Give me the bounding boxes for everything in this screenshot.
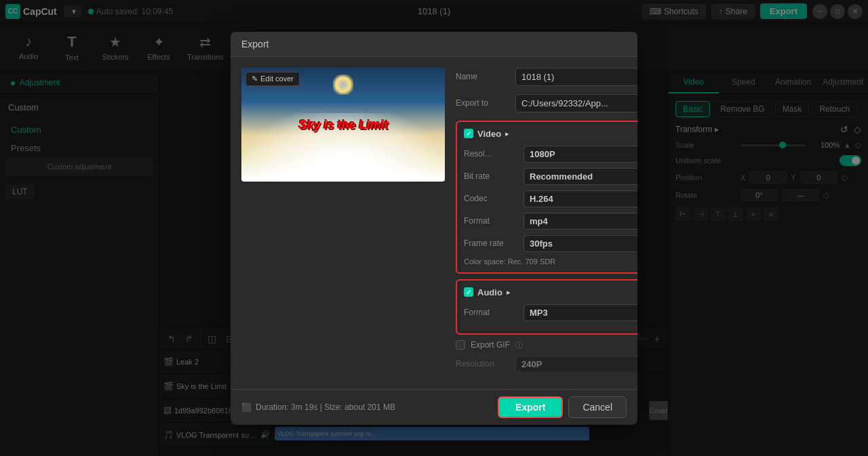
preview-image: ✎ Edit cover Sky is the Limit <box>241 68 445 182</box>
resolution-row: Resol... 1080P ▾ <box>464 146 637 163</box>
codec-row: Codec H.264 ▾ <box>464 190 637 207</box>
audio-checkbox[interactable]: ✓ <box>464 287 473 297</box>
audio-expand-icon: ▸ <box>507 289 510 296</box>
cancel-button[interactable]: Cancel <box>568 396 627 418</box>
resolution-dropdown[interactable]: 1080P ▾ <box>524 146 637 163</box>
video-section-header: ✓ Video ▸ <box>464 129 637 139</box>
bitrate-label: Bit rate <box>464 171 518 181</box>
export-gif-label: Export GIF <box>471 340 510 350</box>
modal-preview: ✎ Edit cover Sky is the Limit <box>241 68 445 378</box>
preview-title: Sky is the Limit <box>298 117 388 131</box>
export-gif-checkbox[interactable] <box>456 340 465 350</box>
codec-dropdown[interactable]: H.264 ▾ <box>524 190 637 207</box>
modal-overlay: Export ✎ Edit cover Sky is the Limit <box>0 0 868 456</box>
export-to-label: Export to <box>456 98 510 108</box>
framerate-dropdown[interactable]: 30fps ▾ <box>524 235 637 252</box>
modal-scroll: ✓ Video ▸ Resol... 1080P ▾ Bit <box>456 121 637 378</box>
export-gif-row: Export GIF ⓘ <box>456 335 637 356</box>
audio-format-label: Format <box>464 308 518 317</box>
audio-format-dropdown[interactable]: MP3 ▾ <box>524 304 637 321</box>
export-gif-info-icon: ⓘ <box>515 340 523 350</box>
modal-header: Export <box>231 32 637 57</box>
gif-resolution-dropdown[interactable]: 240P ▾ <box>515 356 637 373</box>
name-label: Name <box>456 72 510 81</box>
audio-format-row: Format MP3 ▾ <box>464 304 637 321</box>
preview-sun <box>333 75 353 95</box>
export-to-row: Export to 📁 <box>456 94 637 112</box>
export-modal-button[interactable]: Export <box>498 396 563 418</box>
format-dropdown[interactable]: mp4 ▾ <box>524 213 637 230</box>
export-path-input[interactable] <box>515 94 637 112</box>
bitrate-dropdown[interactable]: Recommended ▾ <box>524 168 637 185</box>
gif-resolution-row: Resolution 240P ▾ <box>456 356 637 373</box>
name-row: Name <box>456 68 637 86</box>
audio-section: ✓ Audio ▸ Format MP3 ▾ <box>456 279 637 335</box>
edit-cover-button[interactable]: ✎ Edit cover <box>245 72 300 86</box>
framerate-row: Frame rate 30fps ▾ <box>464 235 637 252</box>
video-section: ✓ Video ▸ Resol... 1080P ▾ Bit <box>456 121 637 274</box>
gif-resolution-label: Resolution <box>456 359 510 369</box>
footer-buttons: Export Cancel <box>498 396 627 418</box>
format-label: Format <box>464 216 518 226</box>
bitrate-row: Bit rate Recommended ▾ <box>464 168 637 185</box>
framerate-label: Frame rate <box>464 239 518 248</box>
format-row: Format mp4 ▾ <box>464 213 637 230</box>
modal-body: ✎ Edit cover Sky is the Limit Name Expor… <box>231 57 637 389</box>
video-checkbox[interactable]: ✓ <box>464 129 473 138</box>
resolution-label: Resol... <box>464 149 518 159</box>
modal-footer: ⬛ Duration: 3m 19s | Size: about 201 MB … <box>231 389 637 425</box>
colorspace-text: Color space: Rec. 709 SDR <box>464 257 637 266</box>
name-input[interactable] <box>515 68 637 86</box>
codec-label: Codec <box>464 194 518 203</box>
video-expand-icon: ▸ <box>505 130 509 138</box>
export-modal: Export ✎ Edit cover Sky is the Limit <box>231 32 637 425</box>
modal-form: Name Export to 📁 ✓ <box>456 68 637 378</box>
audio-section-header: ✓ Audio ▸ <box>464 287 637 297</box>
edit-icon: ✎ <box>252 75 258 83</box>
footer-info: ⬛ Duration: 3m 19s | Size: about 201 MB <box>241 402 395 412</box>
duration-icon: ⬛ <box>241 402 252 412</box>
